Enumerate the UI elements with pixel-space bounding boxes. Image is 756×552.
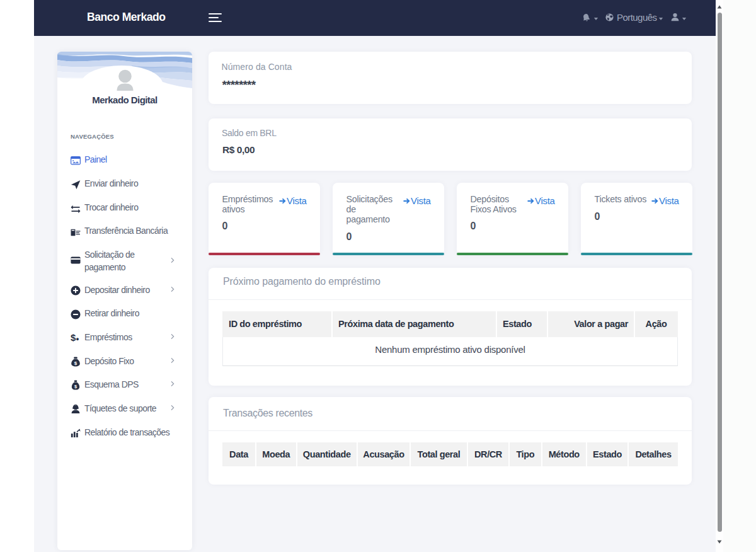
svg-text:$: $ bbox=[74, 360, 77, 366]
